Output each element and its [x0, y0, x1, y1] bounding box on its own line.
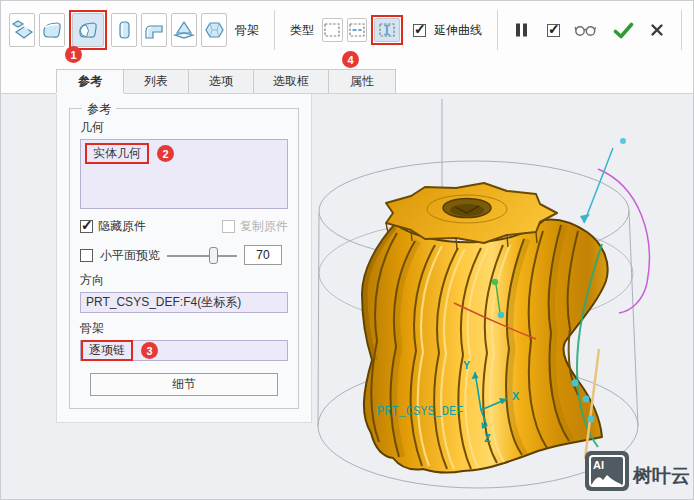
- csys-name-label: PRT_CSYS_DEF: [377, 405, 463, 419]
- facet-preview-value[interactable]: 70: [244, 245, 282, 265]
- details-button[interactable]: 细节: [90, 373, 277, 396]
- annotation-badge-1: 1: [65, 46, 82, 63]
- accept-check-icon: [613, 22, 634, 39]
- skeleton-value: 逐项链: [81, 340, 133, 361]
- toolbar-hex-prism-button[interactable]: [201, 13, 227, 47]
- skeleton-toolbar-label: 骨架: [235, 22, 259, 39]
- direction-value: PRT_CSYS_DEF:F4(坐标系): [86, 294, 241, 311]
- app-window: 骨架 类型: [0, 0, 694, 500]
- facet-preview-checkbox[interactable]: [80, 249, 93, 262]
- annotation-badge-3: 3: [141, 342, 158, 359]
- toolbar-copy-geometry-button[interactable]: [9, 13, 35, 47]
- skeleton-label: 骨架: [80, 320, 288, 337]
- dashboard-header: 骨架 类型: [1, 1, 693, 94]
- facet-preview-label: 小平面预览: [100, 247, 160, 264]
- cancel-x-icon: [650, 23, 664, 37]
- annotation-badge-2: 2: [157, 145, 174, 162]
- copy-geometry-icon: [10, 18, 34, 42]
- pause-button[interactable]: [509, 22, 535, 38]
- cancel-button[interactable]: [644, 23, 670, 37]
- glasses-icon: [574, 24, 597, 37]
- tab-list[interactable]: 列表: [123, 69, 189, 93]
- accept-button[interactable]: [607, 22, 640, 39]
- geometry-item-solid[interactable]: 实体几何: [85, 143, 149, 164]
- selection-type-vertical-button[interactable]: [374, 18, 400, 42]
- facet-preview-slider[interactable]: [167, 247, 237, 264]
- cone-plane-icon: [172, 18, 196, 42]
- highlight-step4-box: [371, 15, 403, 45]
- toolbar-elbow-button[interactable]: [141, 13, 167, 47]
- dashed-box-icon: [323, 22, 341, 38]
- axis-y-label: Y: [463, 359, 471, 371]
- tab-options[interactable]: 选项: [188, 69, 254, 93]
- tab-properties[interactable]: 属性: [328, 69, 396, 93]
- axis-z-label: Z: [484, 432, 491, 444]
- extend-curve-checkbox[interactable]: [413, 24, 426, 37]
- annotation-badge-4: 4: [342, 51, 359, 68]
- tab-reference[interactable]: 参考: [56, 69, 124, 93]
- main-toolbar: 骨架 类型: [1, 1, 693, 53]
- watermark: AI 树叶云: [585, 451, 690, 491]
- geometry-collector-list[interactable]: 实体几何 2: [80, 139, 288, 209]
- toolbar-divider: [497, 10, 498, 50]
- type-toolbar-label: 类型: [290, 22, 314, 39]
- watermark-logo: AI: [593, 459, 604, 471]
- toolbar-solidify-button[interactable]: [111, 13, 137, 47]
- extend-curve-label: 延伸曲线: [434, 22, 482, 39]
- pause-icon: [515, 22, 529, 38]
- shrinkwrap-icon: [76, 18, 100, 42]
- hide-original-checkbox[interactable]: [80, 220, 93, 233]
- selection-type-horizontal-button[interactable]: [347, 18, 368, 42]
- geometry-label: 几何: [80, 119, 288, 136]
- watermark-text: 树叶云: [632, 465, 690, 486]
- toolbar-shrinkwrap-button[interactable]: [72, 13, 104, 47]
- slider-track: [167, 255, 237, 257]
- dashed-box-vline-icon: [378, 22, 396, 38]
- verify-checkbox[interactable]: [547, 24, 560, 37]
- dashed-box-hline-icon: [348, 22, 366, 38]
- panel-tab-strip: 参考 列表 选项 选取框 属性: [56, 69, 395, 93]
- axis-x-label: X: [512, 390, 520, 402]
- reference-groupbox: 参考 几何 实体几何 2 隐藏原件 复制原件 小平面预览: [69, 108, 299, 409]
- toolbar-section-button[interactable]: [171, 13, 197, 47]
- selection-type-empty-button[interactable]: [322, 18, 343, 42]
- 3d-viewport[interactable]: PRT_CSYS_DEF Y X Z AI 树叶云: [301, 94, 694, 500]
- toolbar-divider: [681, 10, 682, 50]
- solid-slab-icon: [112, 18, 136, 42]
- reference-panel: 参考 几何 实体几何 2 隐藏原件 复制原件 小平面预览: [56, 94, 312, 423]
- groupbox-title: 参考: [82, 101, 116, 118]
- skeleton-field[interactable]: 逐项链 3: [80, 340, 288, 361]
- preview-button[interactable]: [568, 24, 603, 37]
- direction-field[interactable]: PRT_CSYS_DEF:F4(坐标系): [80, 292, 288, 313]
- direction-label: 方向: [80, 272, 288, 289]
- merge-body-icon: [40, 18, 64, 42]
- highlight-step1-box: [69, 10, 107, 50]
- toolbar-divider: [274, 10, 275, 50]
- elbow-pipe-icon: [142, 18, 166, 42]
- hide-original-label: 隐藏原件: [98, 218, 146, 235]
- copy-original-checkbox[interactable]: [222, 220, 235, 233]
- tab-selection-box[interactable]: 选取框: [253, 69, 329, 93]
- slider-handle[interactable]: [209, 247, 218, 264]
- hex-prism-icon: [202, 18, 226, 42]
- copy-original-label: 复制原件: [240, 218, 288, 235]
- model-vase[interactable]: [362, 183, 608, 473]
- toolbar-merge-button[interactable]: [39, 13, 65, 47]
